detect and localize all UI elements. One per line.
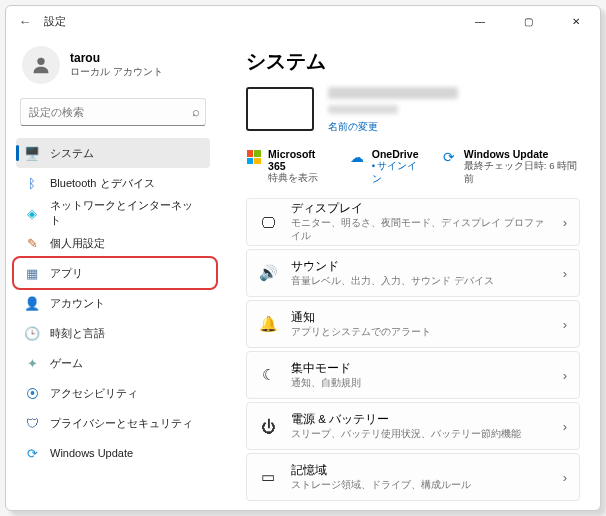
sidebar-item-network[interactable]: ◈ネットワークとインターネット — [16, 198, 210, 228]
sidebar-item-update[interactable]: ⟳Windows Update — [16, 438, 210, 468]
sidebar: tarou ローカル アカウント ⌕ 🖥️システムᛒBluetooth とデバイ… — [6, 36, 220, 510]
bluetooth-icon: ᛒ — [24, 175, 40, 191]
account-block[interactable]: tarou ローカル アカウント — [16, 40, 210, 94]
sound-icon: 🔊 — [259, 264, 277, 282]
maximize-button[interactable]: ▢ — [508, 6, 548, 36]
network-icon: ◈ — [24, 205, 40, 221]
card-title: 通知 — [291, 310, 549, 325]
card-subtitle: 通知、自動規則 — [291, 377, 549, 390]
sidebar-item-system[interactable]: 🖥️システム — [16, 138, 210, 168]
sidebar-item-apps[interactable]: ▦アプリ — [16, 258, 210, 288]
accessibility-icon: ⦿ — [24, 385, 40, 401]
card-list: 🖵ディスプレイモニター、明るさ、夜間モード、ディスプレイ プロファイル›🔊サウン… — [246, 198, 580, 501]
m365-icon — [246, 149, 261, 165]
search-input[interactable] — [20, 98, 206, 126]
search-box: ⌕ — [20, 98, 206, 126]
service-subtitle: 特典を表示 — [268, 172, 332, 185]
card-subtitle: 音量レベル、出力、入力、サウンド デバイス — [291, 275, 549, 288]
sidebar-item-label: プライバシーとセキュリティ — [50, 416, 193, 431]
service-update[interactable]: ⟳ Windows Update 最終チェック日時: 6 時間前 — [442, 148, 580, 186]
rename-link[interactable]: 名前の変更 — [328, 120, 458, 134]
sidebar-item-label: アクセシビリティ — [50, 386, 138, 401]
sidebar-item-label: Windows Update — [50, 447, 133, 459]
service-title: Microsoft 365 — [268, 148, 332, 172]
window-title: 設定 — [44, 14, 66, 29]
card-title: 集中モード — [291, 361, 549, 376]
device-model-redacted — [328, 105, 398, 114]
card-sound[interactable]: 🔊サウンド音量レベル、出力、入力、サウンド デバイス› — [246, 249, 580, 297]
chevron-right-icon: › — [563, 470, 567, 485]
chevron-right-icon: › — [563, 419, 567, 434]
nav-list: 🖥️システムᛒBluetooth とデバイス◈ネットワークとインターネット✎個人… — [16, 138, 210, 468]
avatar — [22, 46, 60, 84]
time-icon: 🕒 — [24, 325, 40, 341]
page-title: システム — [246, 48, 580, 75]
card-notifications[interactable]: 🔔通知アプリとシステムでのアラート› — [246, 300, 580, 348]
chevron-right-icon: › — [563, 266, 567, 281]
device-row: 名前の変更 — [246, 87, 580, 134]
close-button[interactable]: ✕ — [556, 6, 596, 36]
sidebar-item-time[interactable]: 🕒時刻と言語 — [16, 318, 210, 348]
display-icon: 🖵 — [259, 214, 277, 231]
sidebar-item-accounts[interactable]: 👤アカウント — [16, 288, 210, 318]
back-button[interactable]: ← — [14, 10, 36, 32]
chevron-right-icon: › — [563, 317, 567, 332]
card-subtitle: アプリとシステムでのアラート — [291, 326, 549, 339]
update-icon: ⟳ — [442, 149, 457, 165]
privacy-icon: 🛡 — [24, 415, 40, 431]
account-subtitle: ローカル アカウント — [70, 65, 163, 79]
service-title: OneDrive — [372, 148, 424, 160]
update-icon: ⟳ — [24, 445, 40, 461]
sidebar-item-label: システム — [50, 146, 94, 161]
sidebar-item-label: 時刻と言語 — [50, 326, 105, 341]
sidebar-item-label: ネットワークとインターネット — [50, 198, 202, 228]
search-icon: ⌕ — [192, 104, 200, 119]
sidebar-item-privacy[interactable]: 🛡プライバシーとセキュリティ — [16, 408, 210, 438]
focus-icon: ☾ — [259, 366, 277, 384]
titlebar: ← 設定 — ▢ ✕ — [6, 6, 600, 36]
card-subtitle: ストレージ領域、ドライブ、構成ルール — [291, 479, 549, 492]
service-onedrive[interactable]: ☁ OneDrive •サインイン — [350, 148, 424, 186]
card-display[interactable]: 🖵ディスプレイモニター、明るさ、夜間モード、ディスプレイ プロファイル› — [246, 198, 580, 246]
onedrive-icon: ☁ — [350, 149, 365, 165]
apps-icon: ▦ — [24, 265, 40, 281]
card-title: 電源 & バッテリー — [291, 412, 549, 427]
service-m365[interactable]: Microsoft 365 特典を表示 — [246, 148, 332, 186]
sidebar-item-label: ゲーム — [50, 356, 83, 371]
storage-icon: ▭ — [259, 468, 277, 486]
card-subtitle: スリープ、バッテリ使用状況、バッテリー節約機能 — [291, 428, 549, 441]
sidebar-item-personalization[interactable]: ✎個人用設定 — [16, 228, 210, 258]
card-focus[interactable]: ☾集中モード通知、自動規則› — [246, 351, 580, 399]
system-icon: 🖥️ — [24, 145, 40, 161]
chevron-right-icon: › — [563, 215, 567, 230]
gaming-icon: ✦ — [24, 355, 40, 371]
main-panel: システム 名前の変更 Microsoft 365 特典を表示 — [220, 36, 600, 510]
svg-point-0 — [37, 58, 44, 65]
card-title: 記憶域 — [291, 463, 549, 478]
minimize-button[interactable]: — — [460, 6, 500, 36]
chevron-right-icon: › — [563, 368, 567, 383]
card-title: ディスプレイ — [291, 201, 549, 216]
accounts-icon: 👤 — [24, 295, 40, 311]
sidebar-item-label: アカウント — [50, 296, 105, 311]
notifications-icon: 🔔 — [259, 315, 277, 333]
card-power[interactable]: ⏻電源 & バッテリースリープ、バッテリ使用状況、バッテリー節約機能› — [246, 402, 580, 450]
services-row: Microsoft 365 特典を表示 ☁ OneDrive •サインイン ⟳ … — [246, 148, 580, 186]
personalization-icon: ✎ — [24, 235, 40, 251]
account-name: tarou — [70, 51, 163, 65]
card-subtitle: モニター、明るさ、夜間モード、ディスプレイ プロファイル — [291, 217, 549, 243]
settings-window: ← 設定 — ▢ ✕ tarou ローカル アカウント ⌕ 🖥️システムᛒBlu… — [5, 5, 601, 511]
sidebar-item-gaming[interactable]: ✦ゲーム — [16, 348, 210, 378]
sidebar-item-accessibility[interactable]: ⦿アクセシビリティ — [16, 378, 210, 408]
card-storage[interactable]: ▭記憶域ストレージ領域、ドライブ、構成ルール› — [246, 453, 580, 501]
sidebar-item-label: 個人用設定 — [50, 236, 105, 251]
service-subtitle[interactable]: •サインイン — [372, 160, 424, 186]
sidebar-item-label: アプリ — [50, 266, 83, 281]
power-icon: ⏻ — [259, 418, 277, 435]
device-name-redacted — [328, 87, 458, 99]
service-subtitle: 最終チェック日時: 6 時間前 — [464, 160, 580, 186]
service-title: Windows Update — [464, 148, 580, 160]
sidebar-item-label: Bluetooth とデバイス — [50, 176, 155, 191]
sidebar-item-bluetooth[interactable]: ᛒBluetooth とデバイス — [16, 168, 210, 198]
device-image — [246, 87, 314, 131]
